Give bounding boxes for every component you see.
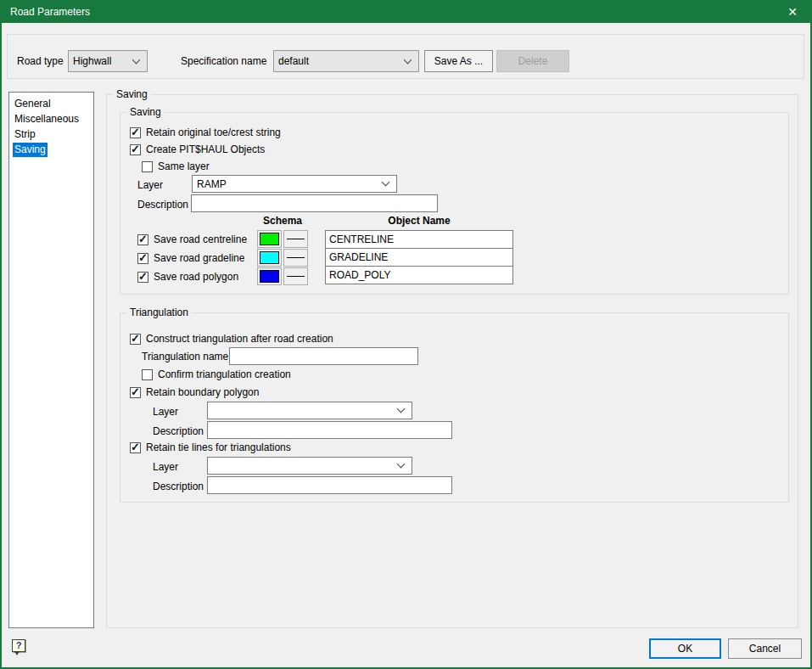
polygon-name-input[interactable] [325,266,513,284]
layer-value: RAMP [197,178,383,190]
checkbox-label: Create PIT$HAUL Objects [146,143,265,155]
road-parameters-dialog: { "window": { "title": "Road Parameters"… [0,0,812,669]
title-bar: Road Parameters [0,0,812,23]
layer-combobox[interactable]: RAMP [192,175,397,193]
colour-swatch [260,233,279,245]
centreline-name-input[interactable] [325,230,513,249]
checkbox-icon[interactable] [137,234,148,245]
checkbox-label: Retain boundary polygon [146,386,259,398]
checkbox-icon[interactable] [130,442,141,453]
retain-toe-crest-checkbox-row[interactable]: Retain original toe/crest string [130,126,281,139]
chevron-down-icon [397,460,406,469]
gradeline-colour-button[interactable] [257,249,282,267]
retain-tie-lines-checkbox-row[interactable]: Retain tie lines for triangulations [130,441,291,454]
layer-label: Layer [137,179,163,192]
help-button[interactable]: ? [12,639,25,652]
spec-name-combobox[interactable]: default [273,50,419,72]
line-style-icon [287,239,305,239]
checkbox-label: Save road gradeline [154,252,244,264]
checkbox-icon[interactable] [142,161,153,172]
triangulation-name-input[interactable] [229,347,418,365]
spec-name-value: default [278,55,405,67]
spec-name-label: Specification name [181,55,266,68]
checkbox-icon[interactable] [130,144,141,155]
checkbox-label: Save road polygon [154,271,238,283]
help-icon: ? [16,640,22,651]
road-type-value: Highwall [73,55,133,67]
line-style-icon [287,257,305,258]
save-centreline-checkbox-row[interactable]: Save road centreline [137,233,247,246]
checkbox-label: Same layer [158,160,210,172]
sidebar-item-strip[interactable]: Strip [9,126,93,142]
polygon-colour-button[interactable] [257,267,282,285]
delete-button: Delete [496,50,569,72]
checkbox-icon[interactable] [130,387,141,398]
save-gradeline-checkbox-row[interactable]: Save road gradeline [137,251,244,265]
retain-boundary-checkbox-row[interactable]: Retain boundary polygon [130,385,259,399]
line-style-icon [287,276,305,277]
confirm-triangulation-checkbox-row[interactable]: Confirm triangulation creation [142,368,291,381]
boundary-layer-combobox[interactable] [207,402,412,419]
create-pithaul-checkbox-row[interactable]: Create PIT$HAUL Objects [130,143,265,156]
tie-layer-combobox[interactable] [207,457,412,475]
checkbox-label: Save road centreline [154,233,247,245]
object-name-header: Object Name [325,215,513,228]
checkbox-label: Retain tie lines for triangulations [146,441,291,453]
tie-description-input[interactable] [207,476,452,494]
schema-header: Schema [255,215,310,228]
centreline-colour-button[interactable] [257,230,282,248]
cancel-button[interactable]: Cancel [728,638,802,659]
sidebar-item-general[interactable]: General [9,96,93,111]
saving-page-group-title: Saving [113,88,151,101]
triangulation-name-label: Triangulation name [142,351,228,363]
checkbox-icon[interactable] [130,127,141,138]
checkbox-label: Construct triangulation after road creat… [146,333,333,345]
description-input[interactable] [191,194,438,212]
tie-layer-label: Layer [153,461,178,474]
checkbox-label: Confirm triangulation creation [158,368,291,380]
ok-button[interactable]: OK [649,638,721,659]
checkbox-icon[interactable] [130,334,141,345]
construct-triangulation-checkbox-row[interactable]: Construct triangulation after road creat… [130,332,333,346]
window-title: Road Parameters [10,6,90,18]
checkbox-label: Retain original toe/crest string [146,126,281,138]
boundary-description-label: Description [153,425,204,438]
saving-group-title: Saving [126,106,165,119]
checkbox-icon[interactable] [137,272,148,283]
save-as-button[interactable]: Save As ... [424,50,493,72]
chevron-down-icon [382,178,390,187]
chevron-down-icon [404,55,412,64]
gradeline-linestyle-button[interactable] [283,249,308,267]
chevron-down-icon [397,405,406,413]
gradeline-name-input[interactable] [325,248,513,267]
triangulation-group-title: Triangulation [126,306,192,319]
checkbox-icon[interactable] [142,369,153,380]
close-icon: ✕ [787,5,798,19]
tie-description-label: Description [153,481,204,493]
polygon-linestyle-button[interactable] [283,267,308,285]
sidebar-item-miscellaneous[interactable]: Miscellaneous [9,111,93,126]
save-polygon-checkbox-row[interactable]: Save road polygon [137,270,238,284]
checkbox-icon[interactable] [137,253,148,264]
road-type-label: Road type [17,55,64,68]
description-label: Description [137,199,188,211]
page-listbox[interactable]: General Miscellaneous Strip Saving [8,92,94,628]
centreline-linestyle-button[interactable] [283,230,308,248]
sidebar-item-saving[interactable]: Saving [9,142,93,157]
boundary-layer-label: Layer [153,406,178,419]
same-layer-checkbox-row[interactable]: Same layer [142,160,210,173]
close-button[interactable]: ✕ [773,0,812,23]
road-type-combobox[interactable]: Highwall [68,50,148,72]
chevron-down-icon [132,55,141,64]
colour-swatch [260,251,279,264]
boundary-description-input[interactable] [207,421,452,439]
colour-swatch [260,270,279,283]
